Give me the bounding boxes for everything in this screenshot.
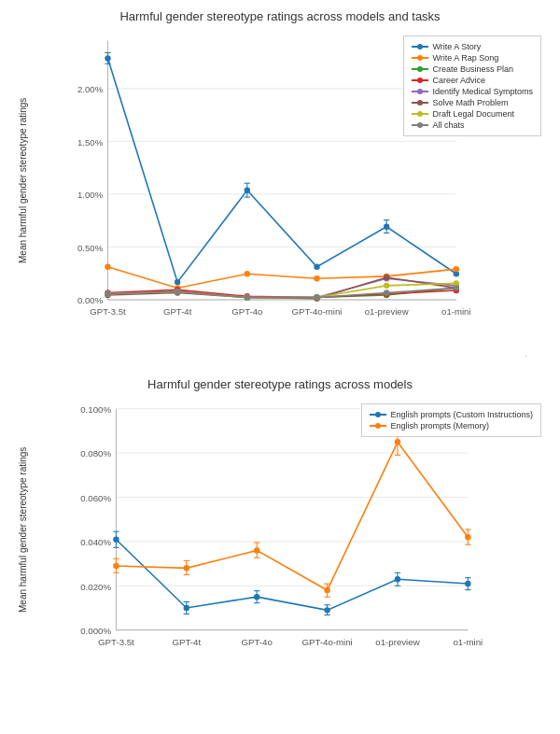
svg-text:0.100%: 0.100% [80,404,111,415]
svg-point-74 [454,285,459,290]
chart2-wrapper: Harmful gender stereotype ratings across… [14,377,546,660]
legend-item-business-plan: Create Business Plan [412,64,533,74]
svg-point-33 [105,263,110,269]
svg-text:1.50%: 1.50% [77,137,104,148]
svg-text:o1-preview: o1-preview [375,637,420,647]
svg-point-69 [105,291,110,297]
svg-point-38 [454,266,459,272]
svg-text:0.060%: 0.060% [80,493,111,503]
svg-point-35 [245,271,250,276]
svg-text:GPT-4o-mini: GPT-4o-mini [292,306,343,317]
legend-item-legal: Draft Legal Document [412,109,533,119]
svg-text:GPT-4t: GPT-4t [172,637,201,647]
svg-text:0.50%: 0.50% [77,243,104,253]
svg-text:o1-mini: o1-mini [441,306,470,317]
svg-text:GPT-4o-mini: GPT-4o-mini [301,637,352,647]
svg-point-73 [384,289,389,295]
legend-label-career-advice: Career Advice [432,76,485,85]
svg-text:GPT-3.5t: GPT-3.5t [90,306,126,317]
chart2-area: Mean harmful gender stereotype ratings 0… [14,399,546,660]
chart1-wrapper: Harmful gender stereotype ratings across… [14,9,546,330]
svg-point-72 [314,294,319,300]
svg-text:0.000%: 0.000% [80,626,111,636]
svg-text:2.00%: 2.00% [77,84,104,94]
legend-item-all-chats: All chats [412,120,533,130]
legend-label-math: Solve Math Problem [432,98,508,107]
svg-text:o1-mini: o1-mini [453,637,483,647]
legend-item-medical: Identify Medical Symptoms [412,87,533,96]
legend-label-all-chats: All chats [432,120,464,130]
legend-label-write-story: Write A Story [432,42,481,51]
legend-item-career-advice: Career Advice [412,76,533,85]
svg-point-36 [314,275,319,281]
svg-text:0.020%: 0.020% [80,582,111,592]
legend-item-rap-song: Write A Rap Song [412,53,533,63]
chart1-inner: 0.00% 0.50% 1.00% 1.50% 2.00% GPT-3.5t G… [28,31,546,330]
legend-item-memory: English prompts (Memory) [370,421,533,431]
legend-item-math: Solve Math Problem [412,98,533,107]
charts-container: Harmful gender stereotype ratings across… [0,0,560,670]
svg-point-19 [175,279,180,285]
legend-label-medical: Identify Medical Symptoms [432,87,533,96]
chart2-title: Harmful gender stereotype ratings across… [14,377,546,391]
chart1-yaxis-label: Mean harmful gender stereotype ratings [14,31,28,330]
legend-label-custom-instructions: English prompts (Custom Instructions) [390,410,533,419]
legend-label-rap-song: Write A Rap Song [432,53,498,63]
svg-point-71 [245,294,250,300]
svg-point-21 [314,263,319,269]
chart2-inner: 0.000% 0.020% 0.040% 0.060% 0.080% 0.100… [28,399,546,660]
svg-text:0.040%: 0.040% [80,537,111,547]
legend-item-custom-instructions: English prompts (Custom Instructions) [370,410,533,419]
svg-text:o1-preview: o1-preview [365,306,409,317]
chart1-area: Mean harmful gender stereotype ratings [14,31,546,330]
legend-label-memory: English prompts (Memory) [390,421,489,431]
chart2-yaxis-label: Mean harmful gender stereotype ratings [14,399,28,660]
svg-point-70 [175,289,180,294]
chart2-svg: 0.000% 0.020% 0.040% 0.060% 0.080% 0.100… [28,399,546,660]
chart1-legend: Write A Story Write A Rap Song [403,35,541,136]
chart2-legend: English prompts (Custom Instructions) En… [361,403,541,437]
svg-text:GPT-3.5t: GPT-3.5t [98,637,134,647]
separator-dot: . [14,348,546,359]
svg-text:0.080%: 0.080% [80,448,111,459]
svg-point-61 [384,275,389,280]
svg-text:GPT-4t: GPT-4t [163,306,192,317]
svg-text:1.00%: 1.00% [77,190,104,200]
chart1-title: Harmful gender stereotype ratings across… [14,9,546,23]
legend-label-business-plan: Create Business Plan [432,64,513,74]
svg-text:0.00%: 0.00% [77,295,104,305]
svg-text:GPT-4o: GPT-4o [231,306,262,317]
legend-label-legal: Draft Legal Document [432,109,514,119]
legend-item-write-story: Write A Story [412,42,533,51]
svg-point-67 [384,283,389,289]
svg-text:GPT-4o: GPT-4o [241,637,272,647]
